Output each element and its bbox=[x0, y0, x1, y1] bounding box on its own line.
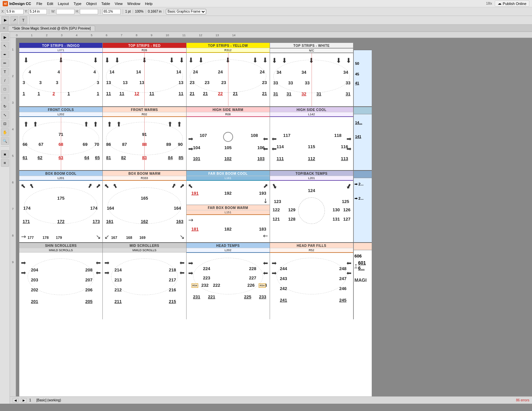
num-81: 81 bbox=[106, 155, 111, 160]
menu-help[interactable]: Help bbox=[143, 1, 155, 6]
num-114: 114 bbox=[277, 144, 284, 149]
panel-title: TOP STRIPS - RED bbox=[103, 43, 186, 48]
offset-group: 0.1667 in bbox=[148, 10, 164, 13]
next-page-btn[interactable]: ▶ bbox=[21, 398, 27, 403]
tool-hand[interactable]: ✋ bbox=[1, 128, 9, 136]
menu-file[interactable]: File bbox=[34, 1, 44, 6]
num-231: 231 bbox=[193, 294, 200, 299]
tool-pen[interactable]: ✒ bbox=[1, 51, 9, 58]
panel-title: FAR BOX BOOM COOL bbox=[187, 171, 270, 176]
close-tab-btn[interactable]: ✕ bbox=[3, 26, 5, 30]
menu-edit[interactable]: Edit bbox=[45, 1, 55, 6]
fill-indicator[interactable]: ▣ bbox=[1, 150, 9, 158]
panel-code: L202 bbox=[187, 248, 270, 253]
prev-page-btn[interactable]: ◀ bbox=[13, 398, 18, 403]
panel-high-side-warm: HIGH SIDE WARM R08 ➡ ➡ ⬅ ⬅ 107 bbox=[187, 107, 270, 170]
panel-code: N/C bbox=[270, 49, 353, 53]
tool-text[interactable]: T bbox=[19, 16, 27, 24]
num-181: 181 bbox=[192, 227, 199, 232]
size-group: W: H: bbox=[51, 9, 100, 14]
panel-far-box-boom-warm: FAR BOX BOOM WARM L151 ↙ 181 182 183 ↘ bbox=[187, 205, 270, 242]
y-input[interactable] bbox=[29, 9, 47, 14]
num-214: 214 bbox=[114, 267, 122, 272]
tool-pointer[interactable]: ▶ bbox=[1, 33, 9, 41]
panel-body: ➡ ⬅ ➡ ⬅ 224 228 223 227 R54 bbox=[187, 253, 270, 319]
arrow-3: ⬆ bbox=[86, 182, 94, 191]
panel-title: TOP STRIPS - INDIGO bbox=[19, 43, 102, 48]
num-242: 242 bbox=[280, 286, 287, 291]
tool-select[interactable]: ▶ bbox=[1, 16, 9, 24]
num-23d: 23 bbox=[262, 80, 267, 85]
tool-shear[interactable]: ⊡ bbox=[1, 120, 9, 128]
menu-window[interactable]: Window bbox=[125, 1, 142, 6]
num-31b: 31 bbox=[287, 91, 291, 96]
menu-layout[interactable]: Layout bbox=[56, 1, 71, 6]
row-3: BOX BOOM COOL L201 ⬆ ⬆ ⬆ ⬆ 175 174 bbox=[19, 171, 372, 243]
num-117: 117 bbox=[283, 133, 291, 138]
num-66: 66 bbox=[23, 142, 27, 147]
row-1: TOP STRIPS - INDIGO L071 ⬇ ⬇ ⬇ 4 bbox=[19, 43, 372, 107]
x-input[interactable] bbox=[5, 9, 24, 14]
panel-body: ⬇ ⬇ ⬇ ⬇ ⬇ 24 24 24 23 23 bbox=[187, 53, 270, 106]
arrow-1: ⬆ bbox=[187, 182, 195, 190]
num-167: 167 bbox=[111, 236, 117, 240]
arrow-2: ⬇ bbox=[282, 56, 287, 64]
partial-numbers: 50 45 41 bbox=[354, 50, 372, 86]
frame-style-select[interactable]: Basic Graphics Frame bbox=[166, 9, 206, 14]
num-241: 241 bbox=[280, 298, 287, 303]
tool-rect[interactable]: □ bbox=[1, 85, 9, 93]
arrow-4: ⬇ bbox=[169, 56, 175, 64]
panel-partial-right-r2: 14... 141 bbox=[353, 107, 372, 170]
num-202: 202 bbox=[31, 287, 38, 292]
w-input[interactable] bbox=[56, 9, 74, 14]
publish-online-button[interactable]: ☁ Publish Online bbox=[495, 0, 529, 7]
center-line bbox=[61, 117, 61, 170]
offset-val: 0.1667 in bbox=[148, 10, 162, 13]
zoom-input[interactable] bbox=[102, 9, 121, 14]
arrow-l1: ⬅ bbox=[346, 259, 351, 267]
num-121: 121 bbox=[273, 217, 280, 222]
num-171: 171 bbox=[23, 219, 30, 224]
tool-ellipse[interactable]: ○ bbox=[1, 94, 9, 102]
h-input[interactable] bbox=[80, 9, 98, 14]
tools-group: ▶ ↗ T bbox=[1, 16, 30, 24]
panel-top-strips-indigo: TOP STRIPS - INDIGO L071 ⬇ ⬇ ⬇ 4 bbox=[19, 43, 103, 106]
num-24b: 24 bbox=[218, 69, 223, 74]
arrow-4: ⬇ bbox=[336, 56, 341, 64]
row-4: SHIN SCROLLERS MWLD SCROLLS ➡ ⬅ ➡ ⬅ 204 … bbox=[19, 243, 372, 319]
panel-body: ➡ ➡ ⬅ ⬅ 107 108 104 105 106 bbox=[187, 117, 270, 170]
view-mode[interactable]: ⊞ bbox=[1, 159, 9, 167]
num-65: 65 bbox=[95, 155, 100, 160]
panel-body: ⬆ ⬆ ⬆ ⬆ 71 66 67 68 69 70 bbox=[19, 117, 102, 170]
ruler-horizontal: 0 1 2 3 4 5 6 7 8 9 10 11 12 13 14 bbox=[10, 32, 532, 38]
panel-high-side-cool: HIGH SIDE COOL L142 ⬅ ⬅ ➡ ➡ 117 118 114 … bbox=[270, 107, 353, 170]
num-107: 107 bbox=[200, 133, 207, 138]
tool-zoom[interactable]: 🔍 bbox=[1, 137, 9, 145]
num-22: 22 bbox=[218, 91, 223, 96]
panel-title: TOP/BACK TEMPS bbox=[270, 171, 353, 176]
tool-type[interactable]: T bbox=[1, 68, 9, 76]
w-label: W: bbox=[51, 10, 55, 13]
tool-line[interactable]: / bbox=[1, 76, 9, 84]
menu-table[interactable]: Table bbox=[99, 1, 112, 6]
arrow-1: ⬆ bbox=[23, 120, 29, 128]
menu-object[interactable]: Object bbox=[84, 1, 99, 6]
panel-code: L202 bbox=[19, 112, 102, 117]
num-123: 123 bbox=[274, 199, 281, 204]
num-127: 127 bbox=[343, 217, 350, 222]
menu-type[interactable]: Type bbox=[71, 1, 83, 6]
menu-view[interactable]: View bbox=[113, 1, 125, 6]
num-218: 218 bbox=[169, 267, 176, 272]
arrow-1: ⬇ bbox=[104, 56, 110, 64]
tool-arrow[interactable]: ↗ bbox=[10, 16, 18, 24]
tool-scale[interactable]: ⤡ bbox=[1, 111, 9, 119]
canvas-area[interactable]: 0 1 2 3 4 5 6 7 8 9 10 11 12 13 14 1 2 3… bbox=[10, 32, 532, 404]
tool-direct-select[interactable]: ↖ bbox=[1, 42, 9, 50]
tool-rotate[interactable]: ↻ bbox=[1, 102, 9, 110]
arrow-r2: ➡ bbox=[188, 269, 193, 277]
panel-title: TOP STRIPS - YELLOW bbox=[187, 43, 270, 48]
arrow-l2: ⬅ bbox=[272, 145, 277, 153]
badge-r54-1: R54 bbox=[192, 283, 199, 288]
tool-pencil[interactable]: ✏ bbox=[1, 59, 9, 67]
document-tab[interactable]: *Side Show Magic Sheet.indd @ 65% [GPU P… bbox=[8, 26, 95, 31]
